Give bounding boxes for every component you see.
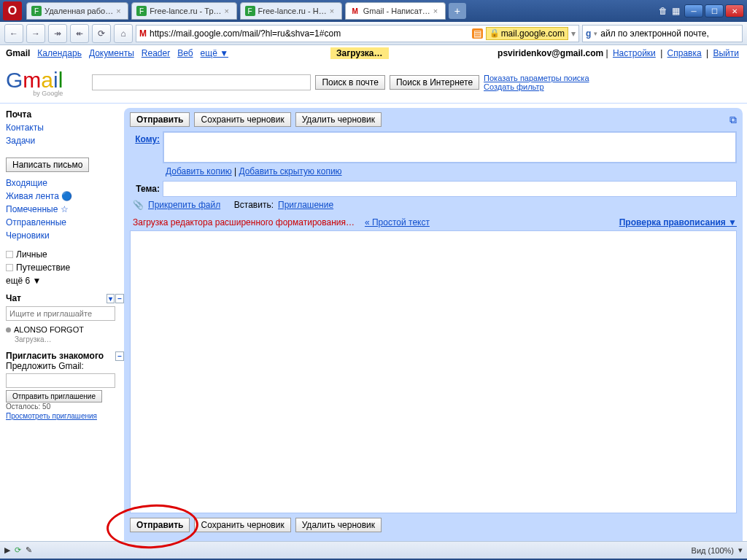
opera-titlebar: O FУдаленная рабо…× FFree-lance.ru - Тр…… xyxy=(0,0,747,22)
chat-header: Чат▾− xyxy=(6,293,124,303)
nav-buzz[interactable]: Живая лента 🔵 xyxy=(6,190,124,203)
gmail-favicon-icon: M xyxy=(139,28,147,39)
dropdown-icon[interactable]: ▾ xyxy=(594,30,597,37)
subject-label: Тема: xyxy=(130,181,163,194)
discard-button-bottom[interactable]: Удалить черновик xyxy=(295,518,382,532)
browser-search[interactable]: g▾ xyxy=(582,25,743,42)
zoom-indicator[interactable]: Вид (100%) xyxy=(692,546,734,555)
tab-strip: FУдаленная рабо…× FFree-lance.ru - Тр…× … xyxy=(26,1,653,20)
to-input[interactable] xyxy=(163,131,737,163)
status-sync-icon[interactable]: ⟳ xyxy=(15,545,21,555)
nav-contacts[interactable]: Контакты xyxy=(6,121,124,134)
lock-icon: 🔒 xyxy=(489,28,500,38)
gbar-link[interactable]: Reader xyxy=(142,48,170,58)
tab-close-icon[interactable]: × xyxy=(433,7,442,15)
settings-link[interactable]: Настройки xyxy=(613,48,656,58)
gbar-link[interactable]: Календарь xyxy=(37,48,82,58)
tab-close-icon[interactable]: × xyxy=(330,7,338,15)
status-wand-icon[interactable]: ✎ xyxy=(26,545,32,555)
paperclip-icon: 📎 xyxy=(133,200,144,210)
security-badge[interactable]: 🔒mail.google.com xyxy=(486,27,568,40)
rss-icon[interactable]: ▤ xyxy=(472,28,483,39)
tab-close-icon[interactable]: × xyxy=(116,7,125,15)
send-button-bottom[interactable]: Отправить xyxy=(130,518,190,532)
send-button-top[interactable]: Отправить xyxy=(130,112,190,127)
gbar-link[interactable]: Gmail xyxy=(6,48,30,58)
nav-drafts[interactable]: Черновики xyxy=(6,229,124,242)
discard-button-top[interactable]: Удалить черновик xyxy=(295,112,382,127)
window-close-button[interactable]: ✕ xyxy=(725,4,744,18)
search-mail-button[interactable]: Поиск в почте xyxy=(315,75,385,90)
label-item[interactable]: Путешествие xyxy=(6,261,124,274)
show-search-options[interactable]: Показать параметры поиска xyxy=(484,74,589,82)
chat-minimize-icon[interactable]: − xyxy=(115,294,124,303)
insert-invitation-link[interactable]: Приглашение xyxy=(278,200,333,210)
opera-panel-icons: 🗑 ▦ xyxy=(659,6,680,16)
nav-tasks[interactable]: Задачи xyxy=(6,134,124,147)
new-tab-button[interactable]: + xyxy=(449,3,466,19)
trash-icon[interactable]: 🗑 xyxy=(659,6,667,16)
gbar-more[interactable]: ещё ▼ xyxy=(201,48,228,58)
message-body-editor[interactable] xyxy=(130,230,737,513)
signout-link[interactable]: Выйти xyxy=(713,48,739,58)
status-dot-icon xyxy=(6,327,11,332)
chat-toggle-icon[interactable]: ▾ xyxy=(107,294,115,303)
browser-tab-active[interactable]: MGmail - Написат…× xyxy=(345,2,446,20)
compose-button[interactable]: Написать письмо xyxy=(6,158,89,172)
nav-starred[interactable]: Помеченные ☆ xyxy=(6,203,124,216)
url-text: https://mail.google.com/mail/?hl=ru&shva… xyxy=(150,28,469,39)
gbar-link[interactable]: Веб xyxy=(177,48,193,58)
attach-file-link[interactable]: Прикрепить файл xyxy=(148,200,220,210)
search-input[interactable] xyxy=(600,28,739,39)
invite-remaining: Осталось: 50 xyxy=(6,402,124,411)
save-draft-button-top[interactable]: Сохранить черновик xyxy=(194,112,290,127)
to-label[interactable]: Кому: xyxy=(135,134,160,144)
spellcheck-link[interactable]: Проверка правописания ▼ xyxy=(619,217,737,228)
help-link[interactable]: Справка xyxy=(667,48,702,58)
nav-inbox[interactable]: Входящие xyxy=(6,176,124,190)
send-invite-button[interactable]: Отправить приглашение xyxy=(6,390,102,402)
browser-tab[interactable]: FУдаленная рабо…× xyxy=(26,2,128,20)
create-filter[interactable]: Создать фильтр xyxy=(484,82,589,91)
compose-panel: Отправить Сохранить черновик Удалить чер… xyxy=(124,108,743,541)
nav-mail[interactable]: Почта xyxy=(6,108,124,121)
popout-icon[interactable]: ⧉ xyxy=(729,114,737,126)
add-bcc-link[interactable]: Добавить скрытую копию xyxy=(239,166,341,176)
maximize-button[interactable]: ☐ xyxy=(705,4,724,18)
plain-text-link[interactable]: « Простой текст xyxy=(365,217,430,228)
opera-menu-button[interactable]: O xyxy=(3,1,22,20)
zoom-dropdown-icon[interactable]: ▾ xyxy=(738,545,743,555)
reload-button[interactable]: ⟳ xyxy=(92,24,111,43)
home-button[interactable]: ⌂ xyxy=(114,24,133,43)
status-play-icon[interactable]: ▶ xyxy=(4,545,10,555)
save-draft-button-bottom[interactable]: Сохранить черновик xyxy=(194,518,290,532)
tab-close-icon[interactable]: × xyxy=(225,7,233,15)
panel-icon[interactable]: ▦ xyxy=(672,6,680,16)
label-item[interactable]: Личные xyxy=(6,248,124,261)
gbar-link[interactable]: Документы xyxy=(89,48,134,58)
sidebar: Почта Контакты Задачи Написать письмо Вх… xyxy=(0,104,124,541)
invite-minimize-icon[interactable]: − xyxy=(115,351,124,361)
rewind-button[interactable]: ↠ xyxy=(48,24,67,43)
back-button[interactable]: ← xyxy=(4,24,23,43)
forward-button[interactable]: → xyxy=(26,24,45,43)
labels-more[interactable]: ещё 6 ▼ xyxy=(6,274,124,287)
chat-contact[interactable]: ALONSO FORGOT xyxy=(6,324,124,335)
buzz-icon: 🔵 xyxy=(61,191,72,201)
invite-label: Предложить Gmail: xyxy=(6,361,124,371)
mail-search-input[interactable] xyxy=(92,74,311,90)
subject-input[interactable] xyxy=(163,181,737,197)
dropdown-icon[interactable]: ▾ xyxy=(571,28,576,39)
search-web-button[interactable]: Поиск в Интернете xyxy=(390,75,479,90)
fastforward-button[interactable]: ↞ xyxy=(70,24,89,43)
chat-search-input[interactable] xyxy=(6,306,115,321)
browser-tab[interactable]: FFree-lance.ru - Тр…× xyxy=(131,2,236,20)
browser-tab[interactable]: FFree-lance.ru - Н…× xyxy=(240,2,342,20)
nav-sent[interactable]: Отправленные xyxy=(6,216,124,229)
view-invites-link[interactable]: Просмотреть приглашения xyxy=(6,412,97,420)
add-cc-link[interactable]: Добавить копию xyxy=(166,166,232,176)
label-swatch-icon xyxy=(6,251,13,258)
minimize-button[interactable]: ─ xyxy=(684,4,703,18)
invite-email-input[interactable] xyxy=(6,373,115,388)
address-bar[interactable]: M https://mail.google.com/mail/?hl=ru&sh… xyxy=(136,25,579,42)
